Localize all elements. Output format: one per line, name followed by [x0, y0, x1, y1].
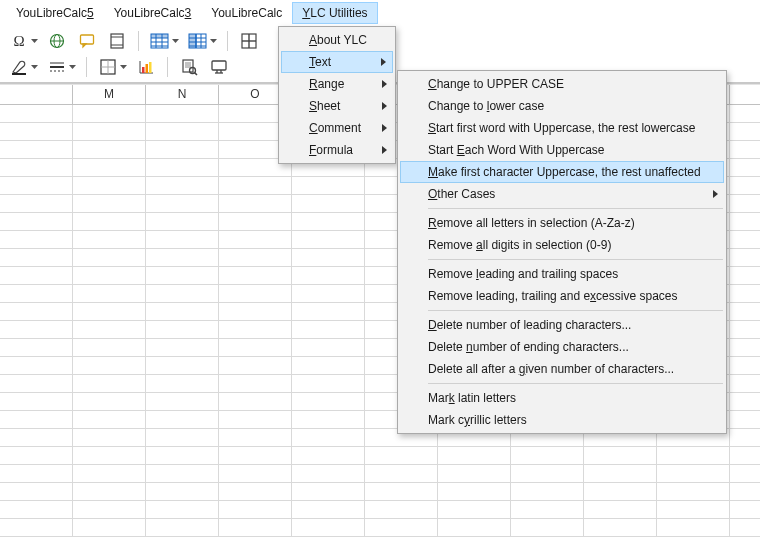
cell[interactable]: [146, 447, 219, 464]
column-header[interactable]: N: [146, 85, 219, 104]
cell[interactable]: [292, 249, 365, 266]
cell[interactable]: [730, 339, 760, 356]
cell[interactable]: [73, 411, 146, 428]
cell[interactable]: [219, 483, 292, 500]
display-button[interactable]: [208, 56, 230, 78]
cell[interactable]: [730, 159, 760, 176]
cell[interactable]: [292, 285, 365, 302]
freeze-rows-cols-button[interactable]: [187, 30, 217, 52]
menu-item-start-first-word-with-uppercase-the-rest[interactable]: Start first word with Uppercase, the res…: [400, 117, 724, 139]
cell[interactable]: [219, 375, 292, 392]
cell[interactable]: [146, 303, 219, 320]
cell[interactable]: [0, 177, 73, 194]
cell[interactable]: [146, 231, 219, 248]
cell[interactable]: [438, 501, 511, 518]
cell[interactable]: [73, 231, 146, 248]
cell[interactable]: [0, 303, 73, 320]
menu-item-change-to-upper-case[interactable]: Change to UPPER CASE: [400, 73, 724, 95]
border-color-button[interactable]: [8, 56, 38, 78]
menu-item-range[interactable]: Range: [281, 73, 393, 95]
cell[interactable]: [730, 393, 760, 410]
cell[interactable]: [0, 321, 73, 338]
menu-youlibrecalc3[interactable]: YouLibreCalc3: [104, 2, 202, 24]
menu-item-about-ylc[interactable]: About YLC: [281, 29, 393, 51]
cell[interactable]: [730, 105, 760, 122]
cell[interactable]: [73, 141, 146, 158]
cell[interactable]: [146, 195, 219, 212]
grid-row[interactable]: [0, 465, 760, 483]
cell[interactable]: [292, 447, 365, 464]
cell[interactable]: [0, 411, 73, 428]
cell[interactable]: [292, 411, 365, 428]
cell[interactable]: [219, 465, 292, 482]
cell[interactable]: [0, 519, 73, 536]
cell[interactable]: [584, 483, 657, 500]
cell[interactable]: [584, 465, 657, 482]
cell[interactable]: [730, 429, 760, 446]
cell[interactable]: [219, 285, 292, 302]
menu-item-sheet[interactable]: Sheet: [281, 95, 393, 117]
cell[interactable]: [0, 249, 73, 266]
cell[interactable]: [730, 195, 760, 212]
cell[interactable]: [0, 267, 73, 284]
cell[interactable]: [146, 465, 219, 482]
cell[interactable]: [292, 267, 365, 284]
cell[interactable]: [511, 519, 584, 536]
column-header[interactable]: [730, 85, 760, 104]
headers-footers-button[interactable]: [106, 30, 128, 52]
cell[interactable]: [219, 501, 292, 518]
cell[interactable]: [438, 519, 511, 536]
cell[interactable]: [0, 231, 73, 248]
menu-item-remove-leading-and-trailing-spaces[interactable]: Remove leading and trailing spaces: [400, 263, 724, 285]
cell[interactable]: [365, 519, 438, 536]
cell[interactable]: [0, 339, 73, 356]
menu-item-comment[interactable]: Comment: [281, 117, 393, 139]
cell[interactable]: [730, 123, 760, 140]
cell[interactable]: [730, 375, 760, 392]
grid-row[interactable]: [0, 519, 760, 537]
cell[interactable]: [0, 357, 73, 374]
menu-youlibrecalc[interactable]: YouLibreCalc: [201, 2, 292, 24]
cell[interactable]: [73, 501, 146, 518]
menu-item-remove-all-digits-in-selection-0-9[interactable]: Remove all digits in selection (0-9): [400, 234, 724, 256]
cell[interactable]: [73, 213, 146, 230]
cell[interactable]: [73, 267, 146, 284]
cell[interactable]: [292, 393, 365, 410]
menu-item-mark-cyrillic-letters[interactable]: Mark cyrillic letters: [400, 409, 724, 431]
cell[interactable]: [365, 447, 438, 464]
cell[interactable]: [730, 519, 760, 536]
menu-item-delete-number-of-ending-characters[interactable]: Delete number of ending characters...: [400, 336, 724, 358]
grid-row[interactable]: [0, 483, 760, 501]
cell[interactable]: [219, 519, 292, 536]
cell[interactable]: [730, 285, 760, 302]
cell[interactable]: [146, 267, 219, 284]
print-preview-button[interactable]: [178, 56, 200, 78]
cell[interactable]: [219, 393, 292, 410]
cell[interactable]: [146, 321, 219, 338]
cell[interactable]: [219, 303, 292, 320]
cell[interactable]: [730, 249, 760, 266]
cell[interactable]: [146, 141, 219, 158]
cell[interactable]: [511, 501, 584, 518]
cell[interactable]: [146, 285, 219, 302]
cell[interactable]: [73, 447, 146, 464]
cell[interactable]: [292, 213, 365, 230]
cell[interactable]: [146, 249, 219, 266]
cell[interactable]: [292, 375, 365, 392]
cell[interactable]: [511, 483, 584, 500]
menu-item-delete-number-of-leading-characters[interactable]: Delete number of leading characters...: [400, 314, 724, 336]
cell[interactable]: [146, 213, 219, 230]
cell[interactable]: [657, 447, 730, 464]
cell[interactable]: [219, 447, 292, 464]
cell[interactable]: [657, 483, 730, 500]
cell[interactable]: [438, 447, 511, 464]
cell[interactable]: [146, 159, 219, 176]
cell[interactable]: [730, 357, 760, 374]
cell[interactable]: [730, 411, 760, 428]
cell[interactable]: [292, 303, 365, 320]
cell[interactable]: [292, 321, 365, 338]
cell[interactable]: [146, 519, 219, 536]
cell[interactable]: [292, 195, 365, 212]
cell[interactable]: [146, 105, 219, 122]
cell[interactable]: [219, 357, 292, 374]
